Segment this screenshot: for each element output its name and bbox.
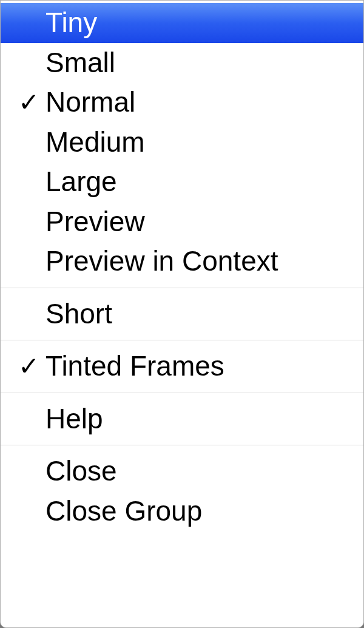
menu-item-preview[interactable]: Preview (1, 202, 363, 242)
menu-item-small[interactable]: Small (1, 43, 363, 83)
menu-item-label: Small (46, 46, 115, 81)
menu-item-short[interactable]: Short (1, 294, 363, 334)
menu-item-help[interactable]: Help (1, 399, 363, 439)
menu-item-tinted-frames[interactable]: ✓ Tinted Frames (1, 346, 363, 387)
menu-item-label: Normal (46, 85, 135, 120)
checkmark-icon: ✓ (12, 87, 46, 119)
menu-separator (1, 393, 363, 393)
menu-item-label: Help (46, 402, 103, 437)
menu-item-label: Preview (46, 204, 145, 240)
menu-item-tiny[interactable]: Tiny (1, 3, 363, 43)
menu-item-label: Tinted Frames (46, 349, 224, 384)
menu-item-label: Medium (46, 125, 145, 160)
menu-item-label: Close Group (46, 494, 202, 529)
menu-item-label: Tiny (46, 5, 97, 41)
menu-item-close-group[interactable]: Close Group (1, 491, 363, 532)
menu-item-label: Short (46, 297, 112, 332)
menu-item-label: Large (46, 164, 117, 200)
menu-separator (1, 445, 363, 445)
menu-item-large[interactable]: Large (1, 162, 363, 202)
menu-item-normal[interactable]: ✓ Normal (1, 83, 363, 123)
menu-separator (1, 288, 363, 288)
checkmark-icon: ✓ (12, 351, 46, 383)
menu-item-close[interactable]: Close (1, 451, 363, 491)
menu-item-preview-in-context[interactable]: Preview in Context (1, 241, 363, 282)
menu-item-label: Close (46, 454, 117, 489)
menu-item-medium[interactable]: Medium (1, 123, 363, 163)
menu-separator (1, 340, 363, 340)
menu-item-label: Preview in Context (46, 244, 278, 279)
context-menu: Tiny Small ✓ Normal Medium Large Preview… (0, 0, 364, 628)
